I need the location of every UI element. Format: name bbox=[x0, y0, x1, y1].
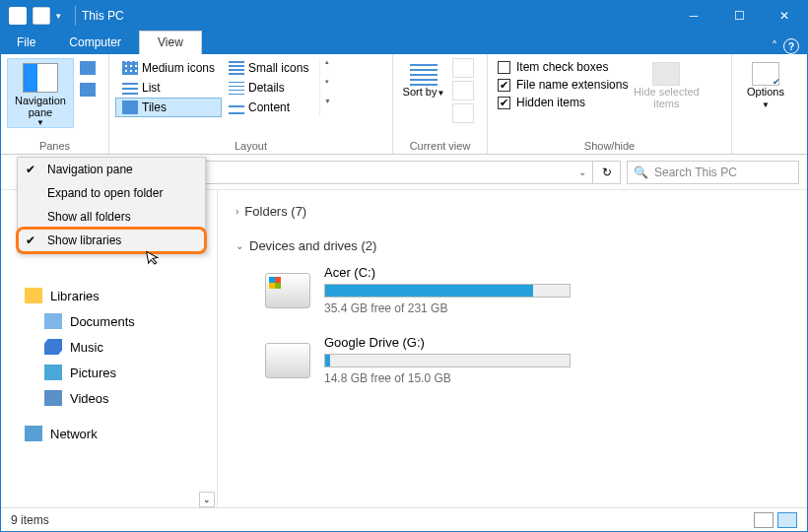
sidebar-item-libraries[interactable]: Libraries bbox=[21, 283, 217, 308]
options-icon: ✔ bbox=[752, 62, 779, 86]
dropdown-show-all-folders[interactable]: Show all folders bbox=[18, 205, 205, 229]
panes-group-label: Panes bbox=[7, 140, 102, 154]
dropdown-navigation-pane[interactable]: ✔Navigation pane bbox=[18, 158, 205, 181]
minimize-button[interactable]: ─ bbox=[671, 1, 716, 31]
dropdown-expand-to-open[interactable]: Expand to open folder bbox=[18, 181, 205, 205]
options-button[interactable]: ✔ Options▼ bbox=[738, 58, 793, 109]
chevron-right-icon: › bbox=[236, 206, 238, 217]
medium-icons-button[interactable]: Medium icons bbox=[115, 58, 222, 78]
navigation-pane-label: Navigation pane bbox=[8, 95, 73, 118]
item-checkboxes-toggle[interactable]: Item check boxes bbox=[498, 60, 628, 74]
content-pane: ›Folders (7) ⌄Devices and drives (2) Ace… bbox=[218, 190, 807, 507]
view-tab[interactable]: View bbox=[139, 31, 202, 54]
preview-pane-button[interactable] bbox=[78, 58, 98, 78]
drive-free-text: 35.4 GB free of 231 GB bbox=[324, 301, 571, 315]
file-tab[interactable]: File bbox=[1, 32, 51, 54]
drive-usage-fill bbox=[325, 285, 533, 297]
drive-item[interactable]: Acer (C:) 35.4 GB free of 231 GB bbox=[236, 257, 789, 327]
drive-usage-bar bbox=[324, 284, 571, 298]
sidebar-item-pictures[interactable]: Pictures bbox=[21, 360, 217, 385]
group-by-button[interactable] bbox=[452, 58, 474, 78]
details-button[interactable]: Details bbox=[222, 78, 315, 98]
qat-dropdown-icon[interactable]: ▾ bbox=[56, 11, 61, 21]
navigation-pane-icon bbox=[23, 63, 58, 93]
ribbon: Navigation pane ▼ Panes Medium icons Sma… bbox=[1, 54, 807, 155]
sidebar-item-network[interactable]: Network bbox=[21, 421, 217, 446]
chevron-down-icon[interactable]: ⌄ bbox=[578, 166, 586, 177]
size-columns-button[interactable] bbox=[452, 103, 474, 123]
sort-icon bbox=[410, 62, 438, 86]
sidebar-scroll-down[interactable]: ⌄ bbox=[199, 492, 215, 507]
pc-icon: 🖥 bbox=[9, 7, 27, 25]
details-view-button[interactable] bbox=[754, 512, 774, 528]
collapse-ribbon-icon[interactable]: ˄ bbox=[772, 39, 777, 53]
layout-scroll-down[interactable]: ▾ bbox=[320, 78, 334, 88]
status-bar: 9 items bbox=[1, 507, 807, 531]
search-input[interactable]: 🔍 Search This PC bbox=[627, 161, 799, 184]
layout-scroll-up[interactable]: ▴ bbox=[320, 58, 334, 68]
sidebar-item-music[interactable]: Music bbox=[21, 334, 217, 360]
drive-name: Google Drive (G:) bbox=[324, 335, 571, 350]
checkbox-unchecked-icon bbox=[498, 61, 510, 74]
maximize-button[interactable]: ☐ bbox=[716, 1, 762, 31]
navigation-pane-dropdown: ✔Navigation pane Expand to open folder S… bbox=[17, 157, 206, 253]
search-icon: 🔍 bbox=[634, 166, 648, 179]
navigation-pane-button[interactable]: Navigation pane ▼ bbox=[7, 58, 74, 128]
network-icon bbox=[25, 426, 42, 441]
music-icon bbox=[44, 339, 62, 355]
chevron-down-icon: ⌄ bbox=[236, 240, 243, 251]
tiles-view-button[interactable] bbox=[777, 512, 797, 528]
close-button[interactable]: ✕ bbox=[762, 1, 807, 31]
drive-icon bbox=[265, 273, 310, 308]
chevron-down-icon: ▼ bbox=[36, 118, 44, 127]
sidebar-item-videos[interactable]: Videos bbox=[21, 385, 217, 411]
checkbox-checked-icon: ✔ bbox=[498, 79, 510, 92]
title-bar: 🖥 ☑ ▾ This PC ─ ☐ ✕ bbox=[1, 1, 807, 31]
computer-tab[interactable]: Computer bbox=[51, 32, 139, 54]
divider bbox=[75, 6, 76, 26]
list-button[interactable]: List bbox=[115, 78, 222, 98]
small-icons-button[interactable]: Small icons bbox=[222, 58, 315, 78]
cursor-icon bbox=[145, 248, 164, 269]
layout-group-label: Layout bbox=[115, 140, 386, 154]
details-pane-button[interactable] bbox=[78, 80, 98, 100]
documents-icon bbox=[44, 313, 62, 329]
pictures-icon bbox=[44, 365, 62, 380]
drives-group-header[interactable]: ⌄Devices and drives (2) bbox=[236, 234, 789, 257]
drive-usage-fill bbox=[325, 355, 330, 366]
add-columns-button[interactable] bbox=[452, 81, 474, 100]
checkmark-icon: ✔ bbox=[26, 163, 35, 176]
drive-usage-bar bbox=[324, 354, 571, 367]
checkmark-icon: ✔ bbox=[26, 233, 35, 247]
libraries-icon bbox=[25, 288, 42, 303]
dropdown-show-libraries[interactable]: ✔Show libraries bbox=[18, 229, 205, 252]
quick-access-toolbar: 🖥 ☑ ▾ bbox=[1, 7, 69, 25]
help-icon[interactable]: ? bbox=[783, 38, 799, 54]
search-placeholder: Search This PC bbox=[654, 166, 737, 179]
sort-by-button[interactable]: Sort by▼ bbox=[399, 58, 448, 123]
refresh-button[interactable]: ↻ bbox=[593, 161, 621, 184]
drive-icon bbox=[265, 343, 310, 378]
tiles-button[interactable]: Tiles bbox=[115, 98, 222, 117]
checkbox-checked-icon: ✔ bbox=[498, 97, 510, 109]
showhide-group-label: Show/hide bbox=[494, 140, 725, 154]
hidden-items-toggle[interactable]: ✔Hidden items bbox=[498, 96, 628, 109]
hide-items-icon bbox=[652, 62, 680, 86]
drive-item[interactable]: Google Drive (G:) 14.8 GB free of 15.0 G… bbox=[236, 327, 789, 397]
layout-more[interactable]: ▼ bbox=[320, 98, 334, 107]
content-button[interactable]: Content bbox=[222, 98, 315, 117]
drive-name: Acer (C:) bbox=[324, 265, 571, 280]
drive-free-text: 14.8 GB free of 15.0 GB bbox=[324, 371, 571, 385]
ribbon-tabs: File Computer View ˄ ? bbox=[1, 31, 807, 54]
status-item-count: 9 items bbox=[11, 513, 49, 527]
file-extensions-toggle[interactable]: ✔File name extensions bbox=[498, 78, 628, 92]
hide-selected-button: Hide selected items bbox=[632, 58, 701, 111]
videos-icon bbox=[44, 390, 62, 406]
properties-icon[interactable]: ☑ bbox=[33, 7, 50, 25]
folders-group-header[interactable]: ›Folders (7) bbox=[236, 200, 789, 223]
window-title: This PC bbox=[82, 9, 124, 23]
sidebar-item-documents[interactable]: Documents bbox=[21, 308, 217, 334]
current-view-group-label: Current view bbox=[399, 140, 481, 154]
